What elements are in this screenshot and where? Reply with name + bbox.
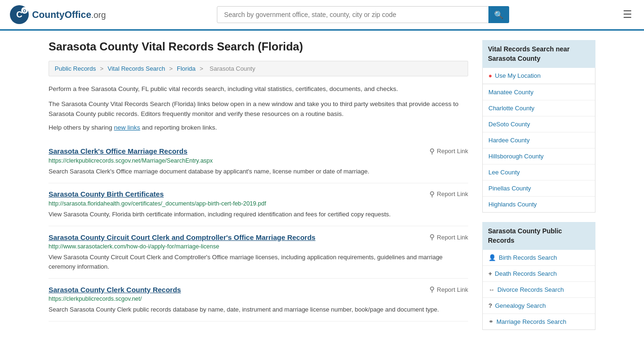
- list-item[interactable]: Highlands County: [483, 197, 595, 212]
- breadcrumb-sep-3: >: [199, 65, 205, 72]
- record-desc: View Sarasota County, Florida birth cert…: [49, 210, 468, 219]
- page-title: Sarasota County Vital Records Search (Fl…: [49, 40, 468, 53]
- report-icon: ⚲: [429, 233, 435, 241]
- charlotte-county-link[interactable]: Charlotte County: [483, 100, 595, 116]
- list-item[interactable]: Pinellas County: [483, 181, 595, 197]
- list-item[interactable]: Lee County: [483, 165, 595, 181]
- record-desc: View Sarasota County Circuit Court Clerk…: [49, 253, 468, 272]
- breadcrumb-public-records[interactable]: Public Records: [55, 65, 96, 72]
- main-container: Sarasota County Vital Records Search (Fl…: [39, 31, 605, 349]
- nearby-counties-list: ● Use My Location Manatee County Charlot…: [482, 68, 595, 213]
- use-location-item[interactable]: ● Use My Location: [483, 68, 595, 84]
- divorce-icon: ↔: [488, 286, 495, 293]
- logo-icon: C O: [9, 5, 29, 25]
- report-link-label: Report Link: [437, 190, 468, 197]
- new-links-link[interactable]: new links: [114, 124, 140, 131]
- records-list: Sarasota Clerk's Office Marriage Records…: [49, 140, 468, 322]
- list-item[interactable]: ? Genealogy Search: [483, 298, 595, 314]
- genealogy-link[interactable]: ? Genealogy Search: [483, 298, 595, 313]
- list-item[interactable]: Hardee County: [483, 132, 595, 148]
- record-title[interactable]: Sarasota Clerk's Office Marriage Records: [49, 147, 188, 155]
- list-item[interactable]: DeSoto County: [483, 116, 595, 132]
- list-item[interactable]: Charlotte County: [483, 100, 595, 116]
- record-url[interactable]: https://clerkpublicrecords.scgov.net/: [49, 296, 468, 302]
- breadcrumb: Public Records > Vital Records Search > …: [49, 61, 468, 76]
- breadcrumb-sep-2: >: [169, 65, 174, 72]
- search-icon: 🔍: [494, 11, 504, 19]
- record-url[interactable]: http://www.sarasotaclerk.com/how-do-i/ap…: [49, 243, 468, 250]
- intro-paragraph-1: Perform a free Sarasota County, FL publi…: [49, 84, 468, 94]
- record-header: Sarasota County Clerk County Records ⚲ R…: [49, 285, 468, 294]
- sidebar: Vital Records Search near Sarasota Count…: [482, 40, 595, 339]
- public-records-header: Sarasota County Public Records: [482, 222, 595, 250]
- logo-area: C O CountyOffice.org: [9, 5, 106, 25]
- birth-records-link[interactable]: 👤 Birth Records Search: [483, 250, 595, 265]
- list-item[interactable]: Hillsborough County: [483, 148, 595, 165]
- pinellas-county-link[interactable]: Pinellas County: [483, 181, 595, 196]
- report-link-button[interactable]: ⚲ Report Link: [429, 285, 468, 294]
- birth-icon: 👤: [488, 254, 496, 261]
- breadcrumb-sep-1: >: [100, 65, 105, 72]
- record-header: Sarasota County Circuit Court Clerk and …: [49, 233, 468, 241]
- nearby-counties-section: Vital Records Search near Sarasota Count…: [482, 40, 595, 213]
- record-title[interactable]: Sarasota County Birth Certificates: [49, 190, 164, 198]
- record-desc: Search Sarasota County Clerk public reco…: [49, 305, 468, 314]
- genealogy-label: Genealogy Search: [495, 302, 546, 309]
- report-icon: ⚲: [429, 190, 435, 198]
- list-item[interactable]: ⚭ Marriage Records Search: [483, 314, 595, 329]
- marriage-records-label: Marriage Records Search: [496, 318, 566, 325]
- breadcrumb-sarasota: Sarasota County: [210, 65, 256, 72]
- report-link-button[interactable]: ⚲ Report Link: [429, 233, 468, 241]
- hardee-county-link[interactable]: Hardee County: [483, 132, 595, 148]
- logo-text: CountyOffice.org: [32, 9, 106, 20]
- hamburger-icon: ☰: [623, 8, 632, 20]
- marriage-records-link[interactable]: ⚭ Marriage Records Search: [483, 314, 595, 329]
- list-item[interactable]: 👤 Birth Records Search: [483, 250, 595, 266]
- breadcrumb-vital-records[interactable]: Vital Records Search: [107, 65, 165, 72]
- public-records-list: 👤 Birth Records Search + Death Records S…: [482, 250, 595, 330]
- help-text: Help others by sharing new links and rep…: [49, 124, 468, 131]
- death-records-link[interactable]: + Death Records Search: [483, 266, 595, 281]
- divorce-records-label: Divorce Records Search: [497, 286, 564, 293]
- use-location-label: Use My Location: [495, 72, 541, 79]
- svg-text:O: O: [23, 8, 26, 13]
- list-item[interactable]: + Death Records Search: [483, 266, 595, 282]
- site-header: C O CountyOffice.org 🔍 ☰: [0, 0, 644, 31]
- manatee-county-link[interactable]: Manatee County: [483, 84, 595, 100]
- breadcrumb-florida[interactable]: Florida: [177, 65, 196, 72]
- record-url[interactable]: https://clerkpublicrecords.scgov.net/Mar…: [49, 157, 468, 164]
- record-item: Sarasota Clerk's Office Marriage Records…: [49, 140, 468, 183]
- report-icon: ⚲: [429, 147, 435, 156]
- menu-button[interactable]: ☰: [620, 6, 635, 23]
- death-records-label: Death Records Search: [495, 270, 557, 277]
- desoto-county-link[interactable]: DeSoto County: [483, 116, 595, 132]
- report-link-button[interactable]: ⚲ Report Link: [429, 147, 468, 156]
- report-link-button[interactable]: ⚲ Report Link: [429, 190, 468, 198]
- record-url[interactable]: http://sarasota.floridahealth.gov/certif…: [49, 200, 468, 207]
- death-icon: +: [488, 270, 492, 277]
- report-icon: ⚲: [429, 285, 435, 294]
- marriage-icon: ⚭: [488, 318, 494, 325]
- hillsborough-county-link[interactable]: Hillsborough County: [483, 148, 595, 164]
- main-content: Sarasota County Vital Records Search (Fl…: [49, 40, 468, 339]
- intro-paragraph-2: The Sarasota County Vital Records Search…: [49, 99, 468, 119]
- record-title[interactable]: Sarasota County Clerk County Records: [49, 286, 181, 294]
- search-area: 🔍: [217, 6, 509, 23]
- record-header: Sarasota County Birth Certificates ⚲ Rep…: [49, 190, 468, 198]
- search-input[interactable]: [217, 6, 509, 23]
- record-item: Sarasota County Clerk County Records ⚲ R…: [49, 279, 468, 321]
- record-title[interactable]: Sarasota County Circuit Court Clerk and …: [49, 233, 315, 241]
- divorce-records-link[interactable]: ↔ Divorce Records Search: [483, 282, 595, 297]
- list-item[interactable]: ↔ Divorce Records Search: [483, 282, 595, 298]
- report-link-label: Report Link: [437, 234, 468, 241]
- search-button[interactable]: 🔍: [488, 6, 509, 23]
- lee-county-link[interactable]: Lee County: [483, 165, 595, 180]
- record-item: Sarasota County Circuit Court Clerk and …: [49, 226, 468, 279]
- list-item[interactable]: Manatee County: [483, 84, 595, 100]
- report-link-label: Report Link: [437, 148, 468, 155]
- nearby-counties-header: Vital Records Search near Sarasota Count…: [482, 40, 595, 68]
- public-records-section: Sarasota County Public Records 👤 Birth R…: [482, 222, 595, 330]
- genealogy-icon: ?: [488, 302, 492, 309]
- record-desc: Search Sarasota Clerk's Office marriage …: [49, 167, 468, 176]
- highlands-county-link[interactable]: Highlands County: [483, 197, 595, 212]
